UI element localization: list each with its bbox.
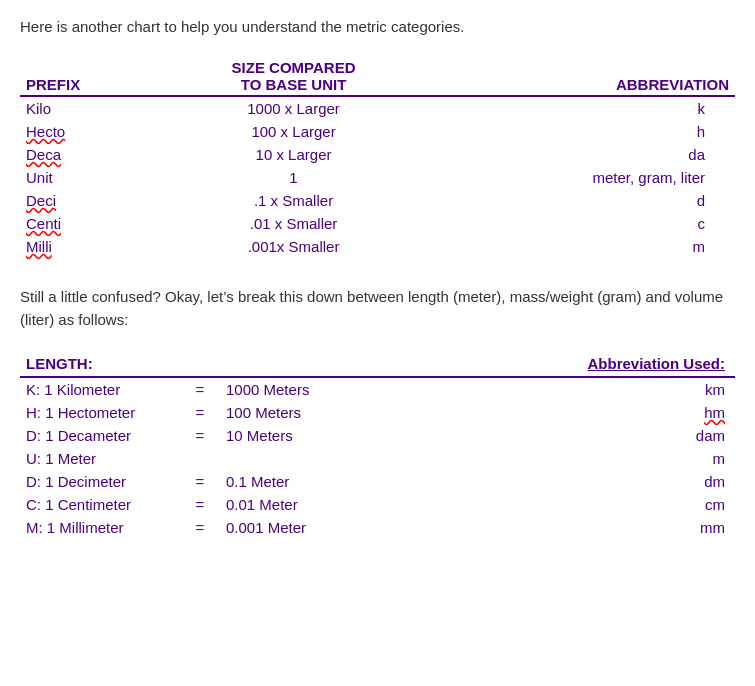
table-row: D: 1 Decameter=10 Metersdam	[20, 424, 735, 447]
prefix-header: PREFIX	[20, 57, 155, 96]
length-section: LENGTH: Abbreviation Used: K: 1 Kilomete…	[20, 353, 735, 539]
size-cell: 10 x Larger	[155, 143, 432, 166]
abbr-cell: m	[432, 235, 735, 258]
abbr-cell: c	[432, 212, 735, 235]
abbr-cell: da	[432, 143, 735, 166]
size-header: SIZE COMPARED TO BASE UNIT	[155, 57, 432, 96]
table-row: Kilo1000 x Largerk	[20, 96, 735, 120]
length-value-cell: 0.1 Meter	[220, 470, 380, 493]
length-abbr-cell: hm	[380, 401, 735, 424]
chart-section: PREFIX SIZE COMPARED TO BASE UNIT ABBREV…	[20, 57, 735, 258]
length-label-cell: H: 1 Hectometer	[20, 401, 180, 424]
prefix-cell: Unit	[20, 166, 155, 189]
prefix-cell: Deci	[20, 189, 155, 212]
abbr-cell: d	[432, 189, 735, 212]
table-row: Hecto100 x Largerh	[20, 120, 735, 143]
table-row: Deci.1 x Smallerd	[20, 189, 735, 212]
length-label-cell: C: 1 Centimeter	[20, 493, 180, 516]
prefix-cell: Kilo	[20, 96, 155, 120]
length-abbr-cell: dam	[380, 424, 735, 447]
intro-text: Here is another chart to help you unders…	[20, 18, 735, 35]
length-eq-cell	[180, 447, 220, 470]
length-value-cell: 0.01 Meter	[220, 493, 380, 516]
prefix-cell: Deca	[20, 143, 155, 166]
prefix-table: PREFIX SIZE COMPARED TO BASE UNIT ABBREV…	[20, 57, 735, 258]
length-label-cell: D: 1 Decimeter	[20, 470, 180, 493]
length-eq-cell: =	[180, 470, 220, 493]
table-row: Centi.01 x Smallerc	[20, 212, 735, 235]
abbr-cell: k	[432, 96, 735, 120]
length-eq-cell: =	[180, 401, 220, 424]
table-row: U: 1 Meterm	[20, 447, 735, 470]
table-row: Deca10 x Largerda	[20, 143, 735, 166]
table-row: H: 1 Hectometer=100 Metershm	[20, 401, 735, 424]
prefix-cell: Hecto	[20, 120, 155, 143]
table-row: D: 1 Decimeter=0.1 Meterdm	[20, 470, 735, 493]
table-row: Milli.001x Smallerm	[20, 235, 735, 258]
length-value-cell: 10 Meters	[220, 424, 380, 447]
table-row: M: 1 Millimeter=0.001 Metermm	[20, 516, 735, 539]
table-row: Unit1meter, gram, liter	[20, 166, 735, 189]
length-value-cell: 0.001 Meter	[220, 516, 380, 539]
length-eq-cell: =	[180, 377, 220, 401]
length-label-cell: M: 1 Millimeter	[20, 516, 180, 539]
length-label-cell: D: 1 Decameter	[20, 424, 180, 447]
length-abbr-cell: cm	[380, 493, 735, 516]
length-abbr-cell: m	[380, 447, 735, 470]
prefix-cell: Milli	[20, 235, 155, 258]
prefix-cell: Centi	[20, 212, 155, 235]
length-label-cell: U: 1 Meter	[20, 447, 180, 470]
size-cell: 1	[155, 166, 432, 189]
table-row: C: 1 Centimeter=0.01 Metercm	[20, 493, 735, 516]
length-abbr-cell: dm	[380, 470, 735, 493]
length-value-cell	[220, 447, 380, 470]
length-eq-cell: =	[180, 516, 220, 539]
length-abbr-cell: mm	[380, 516, 735, 539]
length-abbr-header: Abbreviation Used:	[380, 353, 735, 377]
length-label-header: LENGTH:	[20, 353, 380, 377]
length-abbr-cell: km	[380, 377, 735, 401]
size-cell: .001x Smaller	[155, 235, 432, 258]
abbr-cell: h	[432, 120, 735, 143]
length-value-cell: 1000 Meters	[220, 377, 380, 401]
abbr-header: ABBREVIATION	[432, 57, 735, 96]
length-label-cell: K: 1 Kilometer	[20, 377, 180, 401]
size-cell: 100 x Larger	[155, 120, 432, 143]
size-cell: .1 x Smaller	[155, 189, 432, 212]
size-cell: 1000 x Larger	[155, 96, 432, 120]
abbr-cell: meter, gram, liter	[432, 166, 735, 189]
length-table: LENGTH: Abbreviation Used: K: 1 Kilomete…	[20, 353, 735, 539]
length-eq-cell: =	[180, 424, 220, 447]
length-header-row: LENGTH: Abbreviation Used:	[20, 353, 735, 377]
confused-text: Still a little confused? Okay, let’s bre…	[20, 286, 735, 331]
size-cell: .01 x Smaller	[155, 212, 432, 235]
table-row: K: 1 Kilometer=1000 Meterskm	[20, 377, 735, 401]
length-value-cell: 100 Meters	[220, 401, 380, 424]
length-eq-cell: =	[180, 493, 220, 516]
